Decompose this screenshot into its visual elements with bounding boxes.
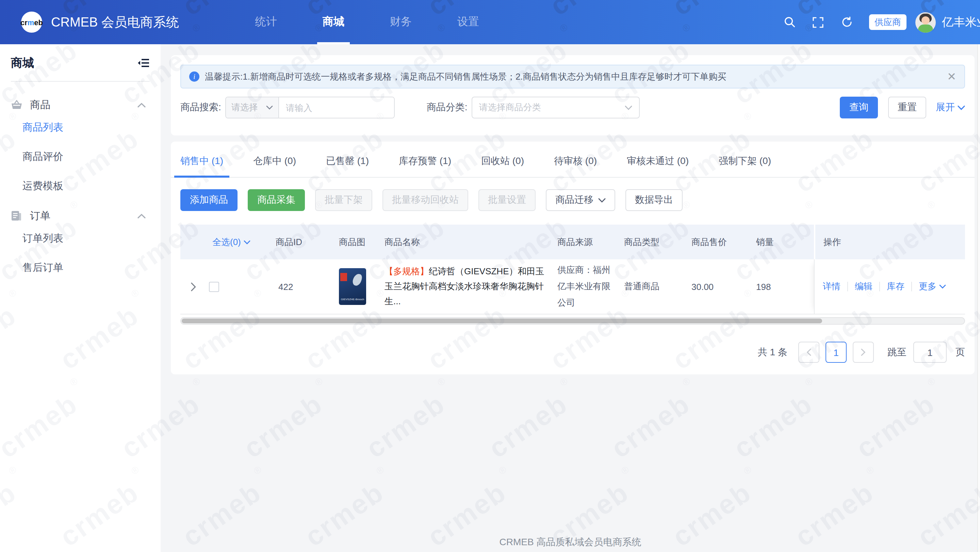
tab-stock-warning[interactable]: 库存预警 (1) [393,155,457,177]
data-export-button[interactable]: 数据导出 [625,189,682,211]
filter-card: i 温馨提示:1.新增商品时可选统一规格或者多规格，满足商品不同销售属性场景；2… [171,55,975,135]
tab-recycle-bin[interactable]: 回收站 (0) [475,155,530,177]
cell-product-type: 普通商品 [620,280,687,293]
main-content: i 温馨提示:1.新增商品时可选统一规格或者多规格，满足商品不同销售属性场景；2… [161,44,980,552]
fullscreen-icon[interactable] [812,16,824,28]
reset-button[interactable]: 重置 [888,97,926,118]
edit-link[interactable]: 编辑 [855,280,872,293]
search-type-select[interactable]: 请选择 [226,97,279,118]
nav-finance[interactable]: 财务 [390,0,412,44]
sidebar-item-aftersale-orders[interactable]: 售后订单 [22,261,95,274]
page-number-button[interactable]: 1 [826,342,846,363]
total-count: 共 1 条 [758,346,788,358]
toolbar: 添加商品 商品采集 批量下架 批量移动回收站 批量设置 商品迁移 数据导出 [171,178,975,211]
tab-forced-off[interactable]: 强制下架 (0) [713,155,777,177]
refresh-icon[interactable] [840,16,853,28]
cell-product-source: 供应商：福州亿丰米业有限公司 [557,262,614,311]
collect-product-button[interactable]: 商品采集 [248,189,305,211]
query-button[interactable]: 查询 [840,97,878,118]
nav-statistics[interactable]: 统计 [255,0,277,44]
vertical-scrollbar[interactable] [977,44,980,552]
chevron-down-icon [958,105,965,110]
prev-page-button[interactable] [798,342,819,363]
sidebar-group-label: 订单 [30,209,137,222]
tab-pending-review[interactable]: 待审核 (0) [548,155,603,177]
detail-link[interactable]: 详情 [823,280,840,293]
category-select[interactable]: 请选择商品分类 [472,97,640,118]
sidebar-item-freight-template[interactable]: 运费模板 [22,180,95,192]
sidebar: 商城 商品 商品列表 商品评价 运费模板 [0,44,161,552]
crmeb-logo: crmeb [21,11,42,33]
info-alert: i 温馨提示:1.新增商品时可选统一规格或者多规格，满足商品不同销售属性场景；2… [180,65,965,89]
action-separator [911,282,912,291]
info-icon: i [189,72,199,82]
expand-link[interactable]: 展开 [936,102,965,114]
col-header-product-name: 商品名称 [375,236,555,248]
table-header-row: 全选(0) 商品ID 商品图 商品名称 商品来源 商品类型 商品售价 销量 操作 [180,224,965,259]
close-icon[interactable]: ✕ [947,71,956,82]
stock-link[interactable]: 库存 [887,280,904,293]
sidebar-item-product-review[interactable]: 商品评价 [22,150,95,163]
chevron-up-icon[interactable] [137,102,146,107]
username[interactable]: 亿丰米业 [942,14,980,30]
sidebar-group-orders-header[interactable]: 订单 [0,208,161,224]
select-all-control[interactable]: 全选(0) [180,236,266,248]
more-label: 更多 [919,280,937,293]
batch-settings-button[interactable]: 批量设置 [479,189,536,211]
goods-icon [11,99,23,111]
app-title: CRMEB 会员电商系统 [51,13,179,31]
page: crmeb®crmeb®crmeb®crmeb®crmeb®crmeb®crme… [0,0,980,552]
chevron-down-icon [266,105,273,110]
batch-off-shelf-button[interactable]: 批量下架 [315,189,372,211]
chevron-down-icon [939,285,946,289]
merchant-badge[interactable]: 供应商 [869,14,907,30]
nav-settings[interactable]: 设置 [457,0,479,44]
order-icon [11,210,23,222]
horizontal-scrollbar[interactable] [180,317,965,325]
page-suffix-label: 页 [956,346,965,358]
batch-move-recycle-button[interactable]: 批量移动回收站 [382,189,468,211]
sidebar-group-goods-header[interactable]: 商品 [0,97,161,113]
col-header-sales: 销量 [752,236,814,248]
jump-to-label: 跳至 [888,346,907,358]
logo-text: crmeb [21,18,43,26]
product-search-label: 商品搜索: [180,102,221,114]
thumb-badge [340,273,347,281]
product-migrate-label: 商品迁移 [555,194,593,206]
jump-page-input[interactable] [913,342,947,363]
next-page-button[interactable] [853,342,874,363]
col-header-product-source: 商品来源 [555,236,620,248]
select-all-label: 全选(0) [212,236,241,248]
status-tabs: 销售中 (1) 仓库中 (0) 已售罄 (1) 库存预警 (1) 回收站 (0)… [171,142,975,178]
col-header-product-price: 商品售价 [687,236,752,248]
row-expand-icon[interactable] [180,282,205,291]
add-product-button[interactable]: 添加商品 [180,189,237,211]
action-separator [847,282,848,291]
collapse-sidebar-icon[interactable] [137,57,150,68]
scrollbar-thumb[interactable] [182,318,822,323]
more-link[interactable]: 更多 [919,280,946,293]
tab-in-warehouse[interactable]: 仓库中 (0) [247,155,302,177]
col-header-product-type: 商品类型 [620,236,687,248]
product-thumbnail[interactable]: GIEVSZHE-Brooch [339,268,366,305]
user-avatar[interactable] [915,12,936,32]
tab-sold-out[interactable]: 已售罄 (1) [320,155,375,177]
chevron-down-icon [598,198,606,202]
sidebar-item-product-list[interactable]: 商品列表 [22,121,95,134]
product-migrate-button[interactable]: 商品迁移 [546,189,615,211]
tab-on-sale[interactable]: 销售中 (1) [174,155,229,177]
product-list-card: 销售中 (1) 仓库中 (0) 已售罄 (1) 库存预警 (1) 回收站 (0)… [171,142,975,374]
sidebar-group-goods: 商品 商品列表 商品评价 运费模板 [0,97,161,192]
search-keyword-input[interactable] [279,97,394,118]
cell-product-name[interactable]: 【多规格】纪诗哲（GIEVSZHE）和田玉玉兰花胸针高档女淡水珍珠奢华胸花胸针生… [385,264,551,309]
search-icon[interactable] [783,16,795,28]
tab-review-rejected[interactable]: 审核未通过 (0) [620,155,695,177]
alert-text: 温馨提示:1.新增商品时可选统一规格或者多规格，满足商品不同销售属性场景；2.商… [205,70,727,83]
chevron-up-icon[interactable] [137,213,146,218]
expand-label: 展开 [936,102,955,114]
product-table: 全选(0) 商品ID 商品图 商品名称 商品来源 商品类型 商品售价 销量 操作 [180,224,965,315]
search-type-placeholder: 请选择 [231,102,258,114]
row-checkbox[interactable] [209,282,219,292]
nav-mall[interactable]: 商城 [323,0,344,44]
sidebar-item-order-list[interactable]: 订单列表 [22,232,95,245]
